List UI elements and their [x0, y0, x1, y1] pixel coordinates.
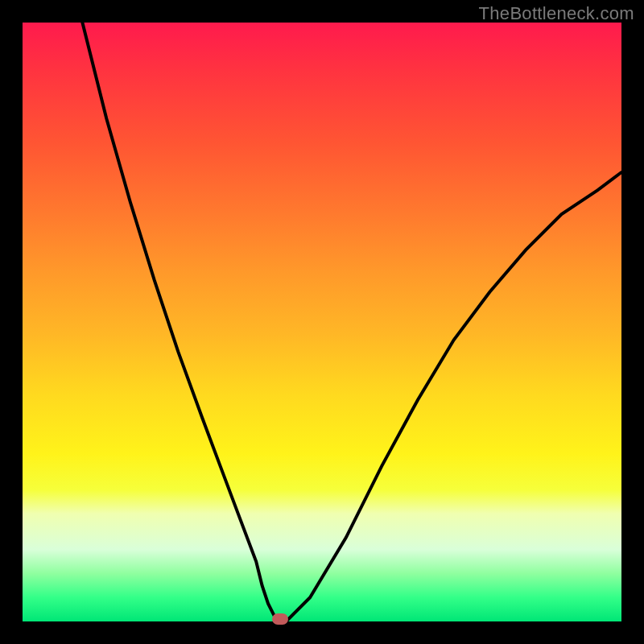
chart-plot-area — [23, 23, 621, 621]
watermark-text: TheBottleneck.com — [479, 3, 634, 24]
optimum-marker — [272, 613, 288, 625]
bottleneck-curve — [23, 23, 621, 621]
chart-frame: TheBottleneck.com — [0, 0, 644, 644]
